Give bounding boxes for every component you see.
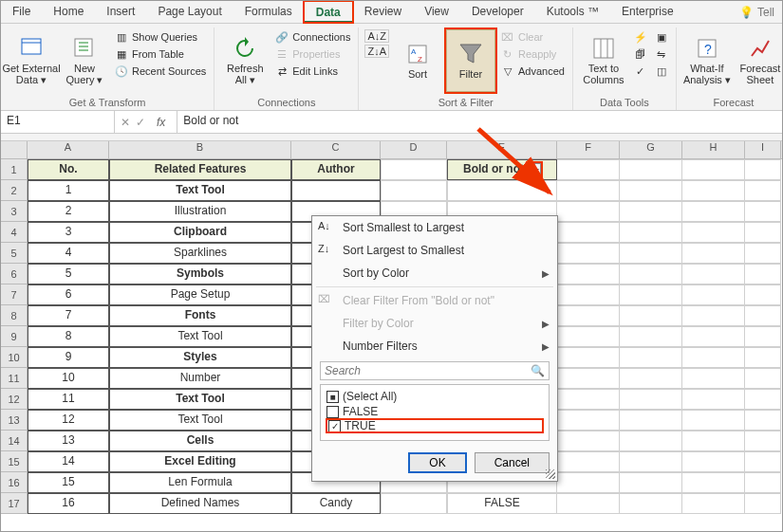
- tab-review[interactable]: Review: [353, 1, 413, 23]
- cell[interactable]: Len Formula: [109, 472, 291, 493]
- cell[interactable]: Illustration: [109, 201, 291, 222]
- cell[interactable]: [557, 264, 620, 284]
- cell[interactable]: 5: [28, 264, 109, 284]
- cell[interactable]: [745, 243, 781, 264]
- cell[interactable]: [745, 431, 781, 451]
- cell[interactable]: Cells: [109, 431, 291, 451]
- recent-sources-button[interactable]: 🕓Recent Sources: [113, 64, 208, 79]
- filter-item-false[interactable]: FALSE: [326, 404, 543, 419]
- cell[interactable]: [745, 159, 781, 180]
- resize-grip[interactable]: [546, 469, 555, 479]
- cell[interactable]: Page Setup: [109, 284, 291, 305]
- select-all-corner[interactable]: [1, 141, 28, 158]
- cell[interactable]: [557, 159, 620, 180]
- cell[interactable]: [745, 368, 781, 389]
- cell[interactable]: [745, 264, 781, 284]
- fx-icon[interactable]: fx: [151, 113, 171, 132]
- cell[interactable]: [620, 159, 682, 180]
- col-header[interactable]: D: [381, 141, 447, 158]
- reapply-button[interactable]: ↻Reapply: [499, 46, 567, 62]
- cell[interactable]: [745, 305, 781, 326]
- filter-dropdown-button[interactable]: [528, 163, 541, 176]
- cell[interactable]: [557, 243, 620, 264]
- cell[interactable]: [557, 493, 620, 514]
- cell[interactable]: 16: [28, 493, 109, 514]
- cell[interactable]: [682, 243, 745, 264]
- what-if-analysis-button[interactable]: ? What-If Analysis ▾: [682, 29, 732, 92]
- cell[interactable]: [682, 180, 745, 201]
- cell[interactable]: Sparklines: [109, 243, 291, 264]
- cell[interactable]: 8: [28, 326, 109, 347]
- cell[interactable]: Defined Names: [109, 493, 291, 514]
- cell[interactable]: [381, 180, 447, 201]
- cell[interactable]: 7: [28, 305, 109, 326]
- properties-button[interactable]: ☰Properties: [273, 46, 352, 62]
- header-cell[interactable]: Author: [291, 159, 381, 180]
- clear-filter-button[interactable]: ⌧Clear: [499, 29, 567, 45]
- cell[interactable]: Text Tool: [109, 180, 291, 201]
- cell[interactable]: 10: [28, 368, 109, 389]
- get-external-data-button[interactable]: Get External Data ▾: [7, 29, 56, 92]
- filter-search-input[interactable]: [325, 364, 531, 377]
- sort-asc-icon[interactable]: A↓Z: [364, 29, 389, 43]
- cell[interactable]: 1: [28, 180, 109, 201]
- menu-number-filters[interactable]: Number Filters▶: [312, 335, 557, 358]
- cell[interactable]: [557, 305, 620, 326]
- cell[interactable]: [745, 326, 781, 347]
- consolidate-button[interactable]: ▣: [653, 29, 670, 45]
- cell[interactable]: [682, 389, 745, 410]
- header-cell[interactable]: Related Features: [109, 159, 291, 180]
- row-header[interactable]: 14: [1, 431, 28, 451]
- row-header[interactable]: 15: [1, 451, 28, 472]
- sort-desc-icon[interactable]: Z↓A: [364, 45, 389, 58]
- manage-data-model-button[interactable]: ◫: [653, 64, 670, 79]
- header-cell[interactable]: Bold or not: [447, 159, 557, 180]
- sort-button[interactable]: AZ Sort: [393, 29, 442, 92]
- col-header[interactable]: H: [682, 141, 745, 158]
- cell[interactable]: FALSE: [447, 493, 557, 514]
- row-header[interactable]: 4: [1, 222, 28, 243]
- cell[interactable]: Excel Editing: [109, 451, 291, 472]
- menu-sort-desc[interactable]: Z↓Sort Largest to Smallest: [312, 239, 557, 262]
- col-header[interactable]: I: [745, 141, 781, 158]
- cell[interactable]: [620, 180, 682, 201]
- cell[interactable]: [557, 222, 620, 243]
- row-header[interactable]: 11: [1, 368, 28, 389]
- flash-fill-button[interactable]: ⚡: [632, 29, 649, 45]
- formula-value[interactable]: Bold or not: [177, 111, 244, 133]
- edit-links-button[interactable]: ⇄Edit Links: [273, 64, 352, 79]
- tab-data[interactable]: Data: [304, 1, 353, 23]
- cell[interactable]: [557, 472, 620, 493]
- cell[interactable]: [682, 472, 745, 493]
- cell[interactable]: [745, 347, 781, 368]
- cell[interactable]: [620, 347, 682, 368]
- cell[interactable]: [682, 326, 745, 347]
- from-table-button[interactable]: ▦From Table: [113, 46, 208, 62]
- cell[interactable]: 6: [28, 284, 109, 305]
- row-header[interactable]: 13: [1, 410, 28, 431]
- cell[interactable]: [682, 264, 745, 284]
- row-header[interactable]: 12: [1, 389, 28, 410]
- cell[interactable]: [745, 284, 781, 305]
- cell[interactable]: 15: [28, 472, 109, 493]
- cell[interactable]: [557, 326, 620, 347]
- cancel-icon[interactable]: ✕: [121, 116, 130, 129]
- cell[interactable]: [745, 472, 781, 493]
- cell[interactable]: 2: [28, 201, 109, 222]
- remove-duplicates-button[interactable]: 🗐: [632, 46, 649, 62]
- col-header[interactable]: G: [620, 141, 682, 158]
- filter-button[interactable]: Filter: [446, 29, 495, 92]
- col-header[interactable]: F: [557, 141, 620, 158]
- tab-file[interactable]: File: [1, 1, 42, 23]
- cell[interactable]: Text Tool: [109, 389, 291, 410]
- cell[interactable]: [682, 201, 745, 222]
- enter-icon[interactable]: ✓: [136, 116, 145, 129]
- cell[interactable]: [682, 410, 745, 431]
- show-queries-button[interactable]: ▥Show Queries: [113, 29, 208, 45]
- row-header[interactable]: 7: [1, 284, 28, 305]
- cell[interactable]: Clipboard: [109, 222, 291, 243]
- row-header[interactable]: 3: [1, 201, 28, 222]
- tab-page-layout[interactable]: Page Layout: [146, 1, 233, 23]
- cell[interactable]: [381, 493, 447, 514]
- cell[interactable]: [447, 180, 557, 201]
